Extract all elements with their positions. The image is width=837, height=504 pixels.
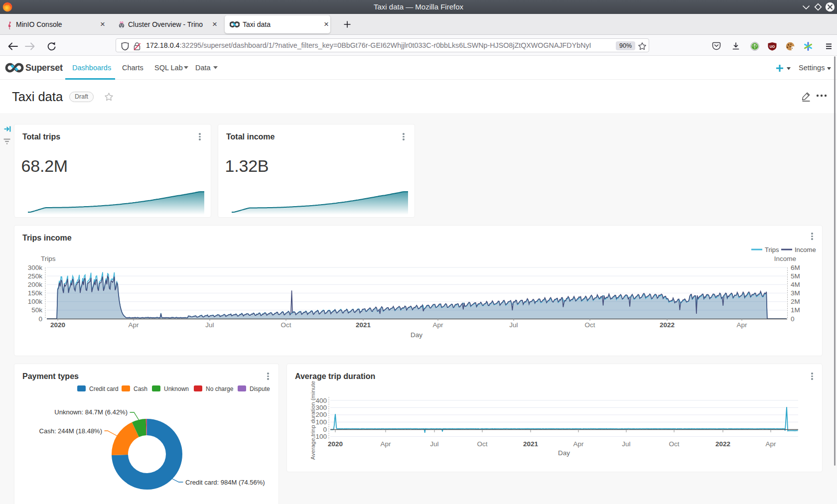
svg-text:Average trinp duration (minute: Average trinp duration (minute xyxy=(309,380,316,460)
svg-text:2021: 2021 xyxy=(356,321,371,329)
svg-text:Apr: Apr xyxy=(128,321,139,329)
svg-text:Trips: Trips xyxy=(765,246,779,253)
svg-text:Apr: Apr xyxy=(380,440,391,448)
svg-text:Apr: Apr xyxy=(765,440,776,448)
svg-text:0: 0 xyxy=(791,315,795,323)
svg-text:UO: UO xyxy=(770,45,775,48)
svg-text:Oct: Oct xyxy=(584,321,595,329)
svg-text:Jul: Jul xyxy=(205,321,214,329)
svg-text:Apr: Apr xyxy=(573,440,584,448)
svg-text:300: 300 xyxy=(315,404,327,411)
svg-text:Oct: Oct xyxy=(477,440,487,448)
svg-text:3M: 3M xyxy=(791,289,800,297)
svg-text:Unknown: Unknown xyxy=(164,385,189,392)
svg-text:Jul: Jul xyxy=(622,440,630,448)
svg-text:5M: 5M xyxy=(791,272,800,280)
svg-text:2020: 2020 xyxy=(328,440,343,448)
svg-text:2M: 2M xyxy=(791,298,800,305)
svg-text:6M: 6M xyxy=(791,264,800,271)
svg-text:Day: Day xyxy=(558,449,570,457)
svg-text:Apr: Apr xyxy=(736,321,747,329)
svg-text:2020: 2020 xyxy=(50,321,65,329)
svg-text:2022: 2022 xyxy=(715,440,730,448)
svg-text:Cash: Cash xyxy=(134,385,147,392)
svg-text:Income: Income xyxy=(774,255,796,262)
svg-text:100k: 100k xyxy=(28,298,43,305)
svg-text:200: 200 xyxy=(315,411,327,418)
svg-text:Cash: 244M (18.48%): Cash: 244M (18.48%) xyxy=(39,427,102,435)
svg-text:0: 0 xyxy=(38,315,42,323)
svg-text:Dispute: Dispute xyxy=(250,385,270,392)
svg-text:Unknown: 84.7M (6.42%): Unknown: 84.7M (6.42%) xyxy=(54,408,128,416)
svg-text:4M: 4M xyxy=(791,281,800,288)
svg-text:2021: 2021 xyxy=(523,440,539,448)
svg-text:150k: 150k xyxy=(28,289,43,297)
svg-text:400: 400 xyxy=(315,397,327,404)
svg-text:200k: 200k xyxy=(28,281,43,288)
svg-text:Day: Day xyxy=(411,331,422,339)
svg-text:Oct: Oct xyxy=(280,321,291,329)
svg-text:No charge: No charge xyxy=(206,385,234,392)
svg-text:100: 100 xyxy=(315,418,327,426)
svg-text:2022: 2022 xyxy=(660,321,675,329)
svg-text:1M: 1M xyxy=(791,306,800,314)
svg-text:Jul: Jul xyxy=(430,440,438,448)
svg-text:Oct: Oct xyxy=(669,440,679,448)
svg-text:0: 0 xyxy=(323,426,327,433)
svg-text:Apr: Apr xyxy=(432,321,443,329)
svg-text:300k: 300k xyxy=(28,264,43,271)
svg-text:Credit card: 984M (74.56%): Credit card: 984M (74.56%) xyxy=(185,479,265,486)
svg-text:50k: 50k xyxy=(31,306,42,314)
svg-text:250k: 250k xyxy=(28,272,43,280)
svg-text:Credit card: Credit card xyxy=(89,385,119,392)
svg-text:Trips: Trips xyxy=(41,255,56,262)
svg-text:Income: Income xyxy=(795,246,816,253)
svg-text:Jul: Jul xyxy=(509,321,518,329)
